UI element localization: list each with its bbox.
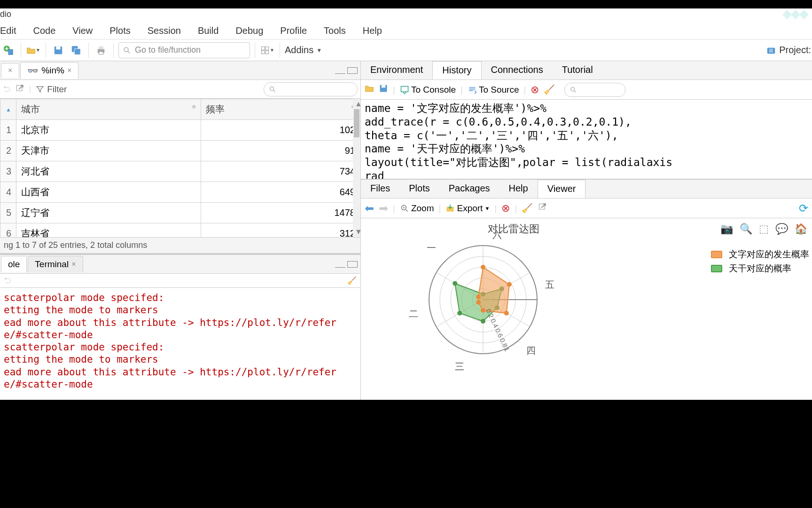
grid-button[interactable]: ▼ [260, 43, 275, 58]
table-row[interactable]: 4山西省649 [0, 182, 360, 203]
back-arrow-icon[interactable]: ⬅ [365, 202, 374, 215]
close-icon[interactable]: × [71, 260, 76, 269]
source-tab-2[interactable]: 👓%in%× [20, 62, 78, 79]
menu-profile[interactable]: Profile [280, 25, 307, 36]
maximize-pane-icon[interactable] [347, 261, 358, 268]
tab-plots[interactable]: Plots [399, 180, 439, 198]
row-index-header[interactable]: ▲ [0, 99, 16, 120]
svg-point-45 [457, 311, 462, 316]
axis-label-6: 六 [492, 229, 502, 241]
axis-label-3: 三 [455, 360, 464, 373]
new-file-button[interactable] [1, 43, 16, 58]
to-console-button[interactable]: To Console [400, 85, 456, 95]
svg-text:0.6: 0.6 [494, 327, 505, 339]
select-icon[interactable]: ⬚ [759, 223, 769, 235]
axis-label-2: 二 [409, 308, 418, 320]
table-row[interactable]: 2天津市91 [0, 141, 360, 161]
table-row[interactable]: 1北京市102 [0, 120, 360, 141]
goto-file-input[interactable]: Go to file/function [118, 42, 250, 58]
svg-marker-50 [478, 267, 509, 313]
svg-point-55 [507, 282, 512, 287]
table-row[interactable]: 3河北省734 [0, 161, 360, 182]
history-search-input[interactable] [564, 83, 625, 97]
table-row[interactable]: 5辽宁省1478 [0, 203, 360, 223]
legend-label-1[interactable]: 文字对应的发生概率 [729, 248, 809, 261]
svg-rect-21 [382, 85, 385, 88]
tab-history[interactable]: History [432, 61, 481, 79]
save-icon[interactable] [379, 84, 388, 95]
legend-label-2[interactable]: 天干对应的概率 [729, 262, 791, 275]
remove-icon[interactable]: ⊗ [501, 202, 510, 214]
delete-icon[interactable]: ⊗ [531, 84, 539, 96]
print-button[interactable] [94, 43, 109, 58]
bottom-black-bar [0, 400, 812, 508]
svg-point-46 [481, 319, 485, 324]
save-button[interactable] [51, 43, 66, 58]
menu-code[interactable]: Code [33, 25, 55, 36]
svg-text:0.4: 0.4 [489, 318, 500, 329]
svg-point-44 [453, 281, 457, 286]
back-icon[interactable]: ⮌ [3, 85, 10, 94]
col-city-header[interactable]: 城市◆ [16, 99, 201, 120]
axis-label-4: 四 [526, 344, 536, 357]
open-file-button[interactable]: ▼ [26, 43, 41, 58]
close-icon[interactable]: × [8, 66, 12, 75]
source-tab-1[interactable]: × [1, 63, 19, 78]
save-all-button[interactable] [69, 43, 84, 58]
menu-plots[interactable]: Plots [109, 25, 130, 36]
zoom-tool-icon[interactable]: 🔍 [740, 223, 752, 235]
table-scrollbar[interactable]: ▲▼ [353, 99, 360, 237]
svg-point-23 [571, 87, 575, 91]
export-button[interactable]: Export▼ [445, 203, 490, 214]
tab-viewer[interactable]: Viewer [538, 180, 586, 198]
menu-debug[interactable]: Debug [235, 25, 263, 36]
legend-swatch-1 [711, 251, 725, 258]
svg-line-19 [273, 90, 275, 92]
tab-environment[interactable]: Environment [361, 61, 432, 79]
menu-view[interactable]: View [72, 25, 93, 36]
addins-menu[interactable]: Addins▼ [285, 45, 322, 56]
close-icon[interactable]: × [67, 66, 71, 75]
history-content[interactable]: name = '文字对应的发生概率')%>% add_trace(r = c(0… [361, 100, 812, 179]
lasso-icon[interactable]: 💬 [775, 223, 788, 235]
console-back-icon[interactable]: ⮌ [4, 277, 11, 285]
menu-session[interactable]: Session [148, 25, 181, 36]
col-freq-header[interactable]: 频率◆ [201, 99, 360, 120]
menu-tools[interactable]: Tools [324, 25, 346, 36]
menu-build[interactable]: Build [198, 25, 219, 36]
table-row[interactable]: 6吉林省312 [0, 223, 360, 238]
minimize-pane-icon[interactable] [335, 67, 345, 74]
zoom-button[interactable]: Zoom [400, 203, 434, 214]
chart-legend: 文字对应的发生概率 天干对应的概率 [711, 246, 809, 277]
project-menu[interactable]: RProject: [766, 45, 811, 56]
menu-edit[interactable]: Edit [0, 25, 16, 36]
broom-icon[interactable]: 🧹 [544, 84, 555, 95]
broom-icon[interactable]: 🧹 [347, 276, 357, 285]
to-source-button[interactable]: To Source [468, 85, 519, 95]
svg-rect-12 [265, 47, 269, 50]
svg-rect-22 [401, 86, 408, 92]
filter-button[interactable]: Filter [36, 84, 67, 95]
home-icon[interactable]: 🏠 [795, 223, 807, 235]
svg-rect-14 [265, 50, 269, 54]
tab-packages[interactable]: Packages [439, 180, 500, 198]
menu-help[interactable]: Help [363, 25, 382, 36]
popout-viewer-icon[interactable] [538, 202, 547, 214]
forward-arrow-icon[interactable]: ➡ [379, 202, 388, 215]
broom-icon[interactable]: 🧹 [522, 203, 533, 214]
terminal-tab[interactable]: Terminal× [28, 256, 83, 272]
source-tabs: × 👓%in%× [0, 61, 360, 80]
tab-help[interactable]: Help [500, 180, 538, 198]
tab-files[interactable]: Files [361, 180, 399, 198]
maximize-pane-icon[interactable] [347, 67, 358, 74]
svg-rect-7 [99, 46, 103, 49]
refresh-icon[interactable]: ⟳ [799, 202, 808, 215]
table-search-input[interactable] [264, 82, 358, 96]
tab-tutorial[interactable]: Tutorial [553, 61, 602, 79]
minimize-pane-icon[interactable] [335, 261, 345, 268]
camera-icon[interactable]: 📷 [720, 223, 733, 235]
open-icon[interactable] [365, 84, 374, 95]
console-tab[interactable]: ole [1, 256, 27, 272]
tab-connections[interactable]: Connections [482, 61, 553, 79]
popout-icon[interactable] [15, 84, 24, 95]
